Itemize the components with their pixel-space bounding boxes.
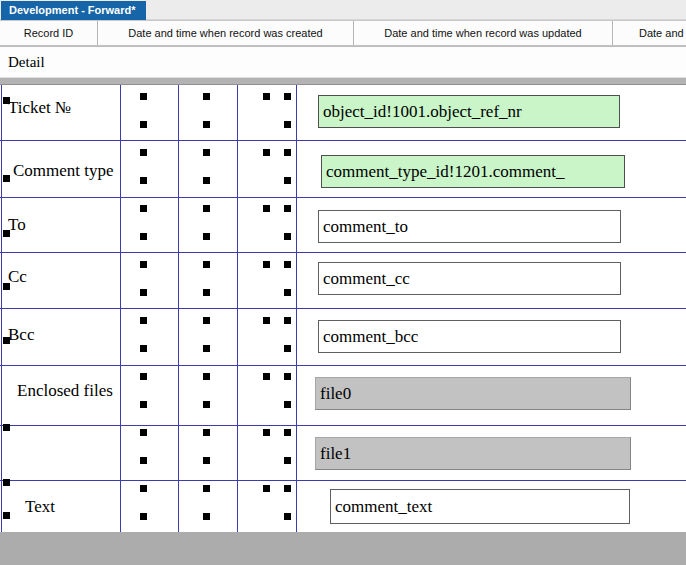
field-label-enclosed-files[interactable]: Enclosed files [17,381,113,401]
selection-handle[interactable] [140,121,147,128]
selection-handle[interactable] [203,289,210,296]
grid-line-horizontal [0,140,686,141]
selection-handle[interactable] [203,457,210,464]
selection-handle[interactable] [284,289,291,296]
band-detail-label: Detail [8,54,45,71]
selection-handle[interactable] [203,205,210,212]
column-header-created[interactable]: Date and time when record was created [98,27,353,39]
selection-handle[interactable] [140,485,147,492]
grid-line-horizontal [0,252,686,253]
selection-handle[interactable] [140,401,147,408]
field-file0[interactable]: file0 [315,377,631,410]
selection-handle[interactable] [140,261,147,268]
field-label-to[interactable]: To [8,215,26,235]
selection-handle[interactable] [284,429,291,436]
selection-handle[interactable] [203,513,210,520]
tab-development-forward[interactable]: Development - Forward* [1,1,146,20]
column-header-record-id[interactable]: Record ID [0,27,97,39]
selection-handle[interactable] [203,317,210,324]
field-comment-bcc[interactable]: comment_bcc [318,320,621,353]
selection-handle[interactable] [3,230,10,237]
field-object-ref-nr[interactable]: object_id!1001.object_ref_nr [318,95,620,128]
selection-handle[interactable] [3,337,10,344]
selection-handle[interactable] [3,97,10,104]
selection-handle[interactable] [140,429,147,436]
selection-handle[interactable] [140,205,147,212]
selection-handle[interactable] [203,233,210,240]
selection-handle[interactable] [140,373,147,380]
column-header-truncated[interactable]: Date and [613,27,686,39]
selection-handle[interactable] [284,121,291,128]
selection-handle[interactable] [140,93,147,100]
selection-handle[interactable] [140,457,147,464]
column-header-updated[interactable]: Date and time when record was updated [354,27,612,39]
field-comment-text[interactable]: comment_text [330,489,630,524]
selection-handle[interactable] [263,317,270,324]
selection-handle[interactable] [284,205,291,212]
selection-handle[interactable] [140,289,147,296]
selection-handle[interactable] [284,177,291,184]
grid-line-horizontal [0,308,686,309]
selection-handle[interactable] [203,93,210,100]
selection-handle[interactable] [203,121,210,128]
selection-handle[interactable] [3,479,10,486]
selection-handle[interactable] [284,345,291,352]
selection-handle[interactable] [263,149,270,156]
field-label-comment-type[interactable]: Comment type [13,161,114,181]
field-comment-type-id[interactable]: comment_type_id!1201.comment_ [321,155,625,188]
selection-handle[interactable] [203,373,210,380]
field-label-bcc[interactable]: Bcc [8,325,34,345]
field-comment-to[interactable]: comment_to [318,210,621,243]
selection-handle[interactable] [203,345,210,352]
field-label-text[interactable]: Text [25,497,55,517]
selection-handle[interactable] [3,175,10,182]
grid-line-horizontal [0,425,686,426]
grid-line-horizontal [0,480,686,481]
design-canvas[interactable]: Ticket № Comment type To Cc Bcc Enclosed… [0,85,686,532]
selection-handle[interactable] [140,233,147,240]
selection-handle[interactable] [3,512,10,519]
selection-handle[interactable] [263,93,270,100]
selection-handle[interactable] [263,485,270,492]
selection-handle[interactable] [263,205,270,212]
selection-handle[interactable] [203,149,210,156]
selection-handle[interactable] [284,513,291,520]
field-comment-cc[interactable]: comment_cc [318,262,621,295]
band-splitter[interactable] [0,77,686,85]
selection-handle[interactable] [263,373,270,380]
selection-handle[interactable] [203,177,210,184]
selection-handle[interactable] [284,457,291,464]
column-header-row: Record ID Date and time when record was … [0,20,686,46]
selection-handle[interactable] [140,177,147,184]
grid-line-horizontal [0,365,686,366]
selection-handle[interactable] [284,149,291,156]
selection-handle[interactable] [203,429,210,436]
tab-bar: Development - Forward* [0,0,686,20]
grid-line-horizontal [0,197,686,198]
selection-handle[interactable] [140,317,147,324]
band-detail[interactable]: Detail [0,46,686,77]
selection-handle[interactable] [140,345,147,352]
field-file1[interactable]: file1 [315,437,631,470]
selection-handle[interactable] [203,261,210,268]
selection-handle[interactable] [3,283,10,290]
field-label-ticket-nr[interactable]: Ticket № [8,98,71,118]
field-label-cc[interactable]: Cc [8,267,27,287]
selection-handle[interactable] [203,401,210,408]
selection-handle[interactable] [284,261,291,268]
selection-handle[interactable] [140,513,147,520]
selection-handle[interactable] [140,149,147,156]
selection-handle[interactable] [284,93,291,100]
selection-handle[interactable] [284,317,291,324]
selection-handle[interactable] [263,429,270,436]
selection-handle[interactable] [284,373,291,380]
selection-handle[interactable] [263,261,270,268]
selection-handle[interactable] [284,233,291,240]
selection-handle[interactable] [3,424,10,431]
bottom-filler [0,532,686,565]
selection-handle[interactable] [284,485,291,492]
selection-handle[interactable] [203,485,210,492]
selection-handle[interactable] [284,401,291,408]
